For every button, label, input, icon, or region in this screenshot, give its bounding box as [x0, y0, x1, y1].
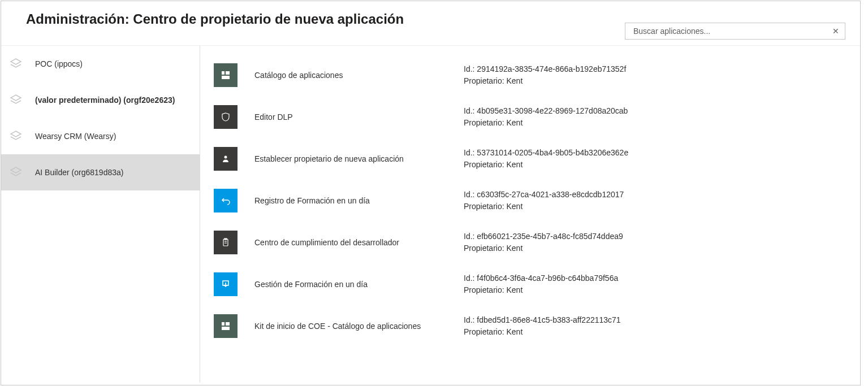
sidebar-item-label: (valor predeterminado) (orgf20e2623) [35, 96, 175, 105]
sidebar-item-label: Wearsy CRM (Wearsy) [35, 132, 116, 141]
svg-rect-0 [222, 71, 224, 75]
app-name: Kit de inicio de COE - Catálogo de aplic… [237, 322, 464, 331]
search-input[interactable] [633, 27, 831, 36]
app-tile-icon [214, 314, 237, 338]
app-meta: Id.: 4b095e31-3098-4e22-8969-127d08a20ca… [464, 105, 847, 129]
layers-icon [9, 166, 23, 179]
sidebar-item-label: AI Builder (org6819d83a) [35, 168, 123, 177]
app-row[interactable]: Kit de inicio de COE - Catálogo de aplic… [214, 306, 847, 346]
svg-rect-11 [222, 327, 230, 330]
app-row[interactable]: Establecer propietario de nueva aplicaci… [214, 138, 847, 179]
clipboard-icon [214, 231, 237, 254]
sidebar-item-wearsy[interactable]: Wearsy CRM (Wearsy) [1, 118, 200, 154]
app-name: Editor DLP [237, 112, 464, 122]
app-row[interactable]: Gestión de Formación en un día Id.: f4f0… [214, 264, 847, 305]
layers-icon [9, 93, 23, 107]
svg-rect-4 [223, 239, 228, 246]
app-row[interactable]: Editor DLP Id.: 4b095e31-3098-4e22-8969-… [214, 97, 847, 137]
sidebar-item-default[interactable]: (valor predeterminado) (orgf20e2623) [1, 82, 200, 118]
app-name: Catálogo de aplicaciones [237, 71, 464, 80]
app-name: Centro de cumplimiento del desarrollador [237, 238, 464, 247]
layers-icon [9, 57, 23, 71]
download-icon [214, 272, 237, 296]
app-row[interactable]: Centro de cumplimiento del desarrollador… [214, 222, 847, 263]
svg-rect-2 [222, 76, 230, 79]
undo-icon [214, 189, 237, 212]
sidebar-item-poc[interactable]: POC (ippocs) [1, 46, 200, 82]
svg-point-3 [224, 156, 227, 159]
app-meta: Id.: 53731014-0205-4ba4-9b05-b4b3206e362… [464, 147, 847, 171]
app-row[interactable]: Registro de Formación en un día Id.: c63… [214, 180, 847, 221]
app-name: Establecer propietario de nueva aplicaci… [237, 154, 464, 163]
svg-rect-1 [226, 71, 230, 75]
clear-icon[interactable]: ✕ [831, 27, 840, 36]
sidebar-item-aibuilder[interactable]: AI Builder (org6819d83a) [1, 154, 200, 190]
app-tile-icon [214, 63, 237, 87]
svg-rect-10 [226, 322, 230, 326]
app-meta: Id.: c6303f5c-27ca-4021-a338-e8cdcdb1201… [464, 189, 847, 212]
person-icon [214, 147, 237, 171]
svg-rect-9 [222, 322, 224, 326]
app-list: Catálogo de aplicaciones Id.: 2914192a-3… [200, 46, 860, 383]
svg-rect-5 [224, 238, 227, 240]
app-row[interactable]: Catálogo de aplicaciones Id.: 2914192a-3… [214, 55, 847, 96]
app-meta: Id.: 2914192a-3835-474e-866a-b192eb71352… [464, 63, 847, 87]
app-name: Registro de Formación en un día [237, 196, 464, 205]
shield-icon [214, 105, 237, 129]
search-box[interactable]: ✕ [625, 23, 845, 40]
layers-icon [9, 129, 23, 143]
page-title: Administración: Centro de propietario de… [26, 11, 625, 27]
app-name: Gestión de Formación en un día [237, 280, 464, 289]
sidebar-item-label: POC (ippocs) [35, 59, 83, 68]
environment-sidebar: POC (ippocs) (valor predeterminado) (org… [1, 46, 200, 383]
app-meta: Id.: fdbed5d1-86e8-41c5-b383-aff222113c7… [464, 314, 847, 338]
app-meta: Id.: f4f0b6c4-3f6a-4ca7-b96b-c64bba79f56… [464, 272, 847, 296]
app-meta: Id.: efb66021-235e-45b7-a48c-fc85d74ddea… [464, 231, 847, 254]
